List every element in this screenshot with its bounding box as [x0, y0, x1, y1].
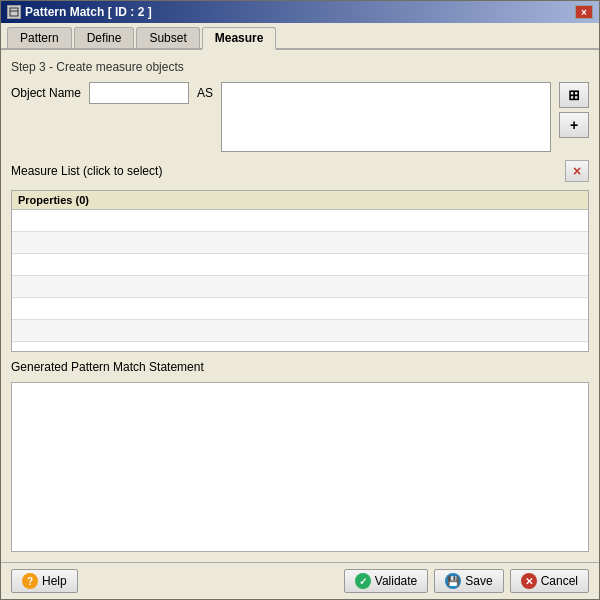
save-label: Save: [465, 574, 492, 588]
table-row[interactable]: [12, 320, 588, 342]
tab-bar: Pattern Define Subset Measure: [1, 23, 599, 50]
action-buttons: ⊞ +: [559, 82, 589, 138]
table-row[interactable]: [12, 254, 588, 276]
help-label: Help: [42, 574, 67, 588]
add-button[interactable]: +: [559, 112, 589, 138]
footer: ? Help ✓ Validate 💾 Save ✕ Cancel: [1, 562, 599, 599]
window-icon: [7, 5, 21, 19]
svg-rect-0: [10, 8, 18, 16]
table-row[interactable]: [12, 210, 588, 232]
table-header: Properties (0): [12, 191, 588, 210]
measure-list-header: Measure List (click to select) ×: [11, 160, 589, 182]
as-textarea[interactable]: [221, 82, 551, 152]
close-button[interactable]: ×: [575, 5, 593, 19]
validate-button[interactable]: ✓ Validate: [344, 569, 428, 593]
window-title: Pattern Match [ ID : 2 ]: [25, 5, 152, 19]
footer-right: ✓ Validate 💾 Save ✕ Cancel: [344, 569, 589, 593]
measure-list-label: Measure List (click to select): [11, 164, 162, 178]
generated-label: Generated Pattern Match Statement: [11, 360, 589, 374]
save-icon: 💾: [445, 573, 461, 589]
title-bar-left: Pattern Match [ ID : 2 ]: [7, 5, 152, 19]
delete-button[interactable]: ×: [565, 160, 589, 182]
title-bar: Pattern Match [ ID : 2 ] ×: [1, 1, 599, 23]
calc-button[interactable]: ⊞: [559, 82, 589, 108]
table-row[interactable]: [12, 276, 588, 298]
as-label: AS: [197, 82, 213, 100]
object-name-input[interactable]: [89, 82, 189, 104]
object-name-label: Object Name: [11, 82, 81, 100]
validate-label: Validate: [375, 574, 417, 588]
table-body: [12, 210, 588, 352]
tab-define[interactable]: Define: [74, 27, 135, 48]
table-row[interactable]: [12, 342, 588, 352]
table-row[interactable]: [12, 298, 588, 320]
cancel-icon: ✕: [521, 573, 537, 589]
calc-icon: ⊞: [568, 87, 580, 103]
tab-subset[interactable]: Subset: [136, 27, 199, 48]
validate-icon: ✓: [355, 573, 371, 589]
tab-measure[interactable]: Measure: [202, 27, 277, 50]
main-window: Pattern Match [ ID : 2 ] × Pattern Defin…: [0, 0, 600, 600]
save-button[interactable]: 💾 Save: [434, 569, 503, 593]
generated-textarea[interactable]: [11, 382, 589, 552]
object-name-row: Object Name AS ⊞ +: [11, 82, 589, 152]
cancel-button[interactable]: ✕ Cancel: [510, 569, 589, 593]
step-label: Step 3 - Create measure objects: [11, 60, 589, 74]
main-content: Step 3 - Create measure objects Object N…: [1, 50, 599, 562]
help-icon: ?: [22, 573, 38, 589]
table-row[interactable]: [12, 232, 588, 254]
help-button[interactable]: ? Help: [11, 569, 78, 593]
measure-table: Properties (0): [11, 190, 589, 352]
tab-pattern[interactable]: Pattern: [7, 27, 72, 48]
cancel-label: Cancel: [541, 574, 578, 588]
